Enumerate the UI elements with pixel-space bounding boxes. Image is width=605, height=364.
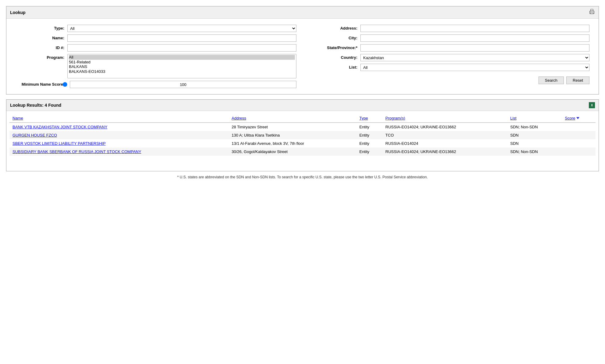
type-label: Type: xyxy=(16,25,64,30)
id-control xyxy=(67,44,296,52)
list-row: List: All SDN Non-SDN xyxy=(309,64,589,71)
result-programs-cell: TCO xyxy=(382,131,507,139)
country-control: All Kazakhstan United States Russia Ukra… xyxy=(360,54,589,61)
lookup-form: Type: All Entity Individual Vessel Aircr… xyxy=(6,19,599,94)
city-control xyxy=(360,34,589,42)
svg-rect-1 xyxy=(591,9,593,11)
excel-export-icon[interactable]: X xyxy=(589,102,595,108)
result-name-link[interactable]: BANK VTB KAZAKHSTAN JOINT STOCK COMPANY xyxy=(13,125,107,129)
footer-note: * U.S. states are abbreviated on the SDN… xyxy=(6,175,599,179)
address-input[interactable] xyxy=(360,25,589,32)
id-input[interactable] xyxy=(67,44,296,52)
score-header-container: Score xyxy=(565,116,592,120)
state-label: State/Province:* xyxy=(309,44,357,50)
form-left: Type: All Entity Individual Vessel Aircr… xyxy=(16,25,296,88)
result-name-cell: SUBSIDIARY BANK SBERBANK OF RUSSIA JOINT… xyxy=(9,148,229,156)
result-type-cell: Entity xyxy=(356,123,382,131)
score-value-input[interactable] xyxy=(70,81,296,88)
state-input[interactable] xyxy=(360,44,589,52)
result-address-cell: 30/26, Gogol/Kaldayakov Street xyxy=(229,148,356,156)
program-row: Program: All 561-Related BALKANS BALKANS… xyxy=(16,54,296,78)
result-score-cell xyxy=(562,148,596,156)
program-select[interactable]: All 561-Related BALKANS BALKANS-EO14033 xyxy=(67,54,296,78)
program-label: Program: xyxy=(16,54,64,60)
excel-icon[interactable]: X xyxy=(589,102,595,108)
result-list-cell: SDN xyxy=(507,139,562,148)
name-control xyxy=(67,34,296,42)
name-input[interactable] xyxy=(67,34,296,42)
table-row: GURGEN HOUSE FZCO 130 A; Ulitsa Klara Ts… xyxy=(9,131,596,139)
list-select[interactable]: All SDN Non-SDN xyxy=(360,64,589,71)
result-address-cell: 130 A; Ulitsa Klara Tsetkina xyxy=(229,131,356,139)
result-address-cell: 28 Timiryazev Street xyxy=(229,123,356,131)
min-score-row: Minimum Name Score: xyxy=(16,81,296,88)
city-input[interactable] xyxy=(360,34,589,42)
min-score-label: Minimum Name Score: xyxy=(16,81,64,87)
svg-point-3 xyxy=(590,12,591,12)
country-label: Country: xyxy=(309,54,357,60)
col-header-address[interactable]: Address xyxy=(229,114,356,123)
header-row: Name Address Type Program(s) List xyxy=(9,114,596,123)
result-type-cell: Entity xyxy=(356,131,382,139)
results-title-text: Lookup Results: 4 Found xyxy=(10,103,61,108)
min-score-control xyxy=(67,81,296,88)
form-grid: Type: All Entity Individual Vessel Aircr… xyxy=(16,25,589,88)
sort-desc-icon[interactable] xyxy=(576,117,579,119)
button-row: Search Reset xyxy=(309,77,589,84)
id-row: ID #: xyxy=(16,44,296,52)
result-programs-cell: RUSSIA-EO14024 xyxy=(382,139,507,148)
result-name-cell: GURGEN HOUSE FZCO xyxy=(9,131,229,139)
city-label: City: xyxy=(309,34,357,40)
result-programs-cell: RUSSIA-EO14024; UKRAINE-EO13662 xyxy=(382,123,507,131)
city-row: City: xyxy=(309,34,589,42)
name-label: Name: xyxy=(16,34,64,40)
programs-sort-link[interactable]: Program(s) xyxy=(385,116,405,120)
list-control: All SDN Non-SDN xyxy=(360,64,589,71)
name-sort-link[interactable]: Name xyxy=(13,116,23,120)
col-header-name[interactable]: Name xyxy=(9,114,229,123)
address-control xyxy=(360,25,589,32)
reset-button[interactable]: Reset xyxy=(566,77,589,84)
search-button[interactable]: Search xyxy=(539,77,564,84)
address-label: Address: xyxy=(309,25,357,30)
print-icon[interactable] xyxy=(589,9,595,16)
table-row: SUBSIDIARY BANK SBERBANK OF RUSSIA JOINT… xyxy=(9,148,596,156)
result-name-link[interactable]: GURGEN HOUSE FZCO xyxy=(13,133,57,137)
list-sort-link[interactable]: List xyxy=(510,116,516,120)
lookup-panel-title: Lookup xyxy=(6,6,599,19)
lookup-title-text: Lookup xyxy=(10,10,26,15)
type-select[interactable]: All Entity Individual Vessel Aircraft xyxy=(67,25,296,32)
lookup-panel: Lookup Type: All Entity xyxy=(6,6,599,95)
results-table-container: Name Address Type Program(s) List xyxy=(6,111,599,171)
country-row: Country: All Kazakhstan United States Ru… xyxy=(309,54,589,61)
result-score-cell xyxy=(562,139,596,148)
state-row: State/Province:* xyxy=(309,44,589,52)
result-list-cell: SDN; Non-SDN xyxy=(507,123,562,131)
results-title: Lookup Results: 4 Found X xyxy=(6,100,599,111)
address-row: Address: xyxy=(309,25,589,32)
table-header: Name Address Type Program(s) List xyxy=(9,114,596,123)
country-select[interactable]: All Kazakhstan United States Russia Ukra… xyxy=(360,54,589,61)
col-header-type[interactable]: Type xyxy=(356,114,382,123)
table-row: BANK VTB KAZAKHSTAN JOINT STOCK COMPANY … xyxy=(9,123,596,131)
col-header-list[interactable]: List xyxy=(507,114,562,123)
result-score-cell xyxy=(562,123,596,131)
result-list-cell: SDN xyxy=(507,131,562,139)
address-sort-link[interactable]: Address xyxy=(232,116,246,120)
program-control: All 561-Related BALKANS BALKANS-EO14033 xyxy=(67,54,296,78)
type-sort-link[interactable]: Type xyxy=(359,116,368,120)
results-tbody: BANK VTB KAZAKHSTAN JOINT STOCK COMPANY … xyxy=(9,123,596,168)
state-control xyxy=(360,44,589,52)
score-sort-link[interactable]: Score xyxy=(565,116,575,120)
table-row: SBER VOSTOK LIMITED LIABILITY PARTNERSHI… xyxy=(9,139,596,148)
name-row: Name: xyxy=(16,34,296,42)
result-address-cell: 13/1 Al-Farabi Avenue, block 3V, 7th flo… xyxy=(229,139,356,148)
result-name-link[interactable]: SUBSIDIARY BANK SBERBANK OF RUSSIA JOINT… xyxy=(13,149,141,154)
empty-row xyxy=(9,156,596,168)
result-list-cell: SDN; Non-SDN xyxy=(507,148,562,156)
result-type-cell: Entity xyxy=(356,148,382,156)
type-row: Type: All Entity Individual Vessel Aircr… xyxy=(16,25,296,32)
col-header-score[interactable]: Score xyxy=(562,114,596,123)
col-header-programs[interactable]: Program(s) xyxy=(382,114,507,123)
result-name-link[interactable]: SBER VOSTOK LIMITED LIABILITY PARTNERSHI… xyxy=(13,141,106,146)
